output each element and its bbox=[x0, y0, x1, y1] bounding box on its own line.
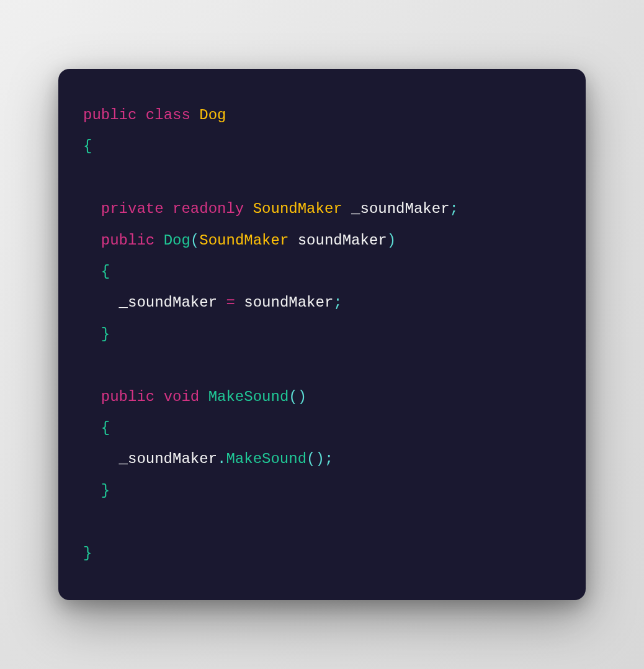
semicolon: ; bbox=[324, 451, 333, 467]
code-block: public class Dog { private readonly Soun… bbox=[83, 100, 561, 569]
semicolon: ; bbox=[333, 294, 342, 311]
code-line: { bbox=[83, 263, 110, 280]
code-line: _soundMaker.MakeSound(); bbox=[83, 451, 333, 467]
brace-close: } bbox=[101, 482, 110, 499]
brace-close: } bbox=[101, 326, 110, 343]
field-soundmaker: _soundMaker bbox=[351, 200, 449, 217]
param-type: SoundMaker bbox=[199, 232, 288, 249]
semicolon: ; bbox=[450, 200, 458, 217]
assign-lhs: _soundMaker bbox=[119, 294, 217, 311]
type-dog: Dog bbox=[199, 107, 226, 123]
code-line: { bbox=[83, 138, 92, 155]
keyword-public: public bbox=[101, 388, 154, 405]
code-line: } bbox=[83, 482, 110, 499]
keyword-public: public bbox=[83, 107, 136, 123]
code-line: } bbox=[83, 545, 92, 562]
call-obj: _soundMaker bbox=[119, 451, 217, 467]
code-line: private readonly SoundMaker _soundMaker; bbox=[83, 200, 458, 217]
brace-open: { bbox=[101, 420, 110, 436]
dot: . bbox=[217, 451, 226, 467]
code-line: public Dog(SoundMaker soundMaker) bbox=[83, 232, 396, 249]
paren-close: ) bbox=[387, 232, 396, 249]
assign-op: = bbox=[226, 294, 235, 311]
keyword-class: class bbox=[146, 107, 190, 123]
method-makesound: MakeSound bbox=[208, 388, 289, 405]
paren-close: ) bbox=[315, 451, 324, 467]
paren-open: ( bbox=[306, 451, 315, 467]
keyword-public: public bbox=[101, 232, 154, 249]
type-soundmaker: SoundMaker bbox=[253, 200, 342, 217]
assign-rhs: soundMaker bbox=[244, 294, 333, 311]
code-line: } bbox=[83, 326, 110, 343]
paren-open: ( bbox=[190, 232, 199, 249]
paren-close: ) bbox=[298, 388, 306, 405]
paren-open: ( bbox=[288, 388, 297, 405]
brace-close: } bbox=[83, 545, 92, 562]
code-card: public class Dog { private readonly Soun… bbox=[58, 69, 586, 600]
keyword-private: private bbox=[101, 200, 164, 217]
call-method: MakeSound bbox=[226, 451, 306, 467]
brace-open: { bbox=[83, 138, 92, 155]
code-line: public void MakeSound() bbox=[83, 388, 306, 405]
code-line: public class Dog bbox=[83, 107, 226, 123]
param-name: soundMaker bbox=[298, 232, 387, 249]
keyword-readonly: readonly bbox=[172, 200, 244, 217]
ctor-dog: Dog bbox=[164, 232, 190, 249]
code-line: { bbox=[83, 420, 110, 436]
keyword-void: void bbox=[164, 388, 200, 405]
brace-open: { bbox=[101, 263, 110, 280]
code-line: _soundMaker = soundMaker; bbox=[83, 294, 342, 311]
